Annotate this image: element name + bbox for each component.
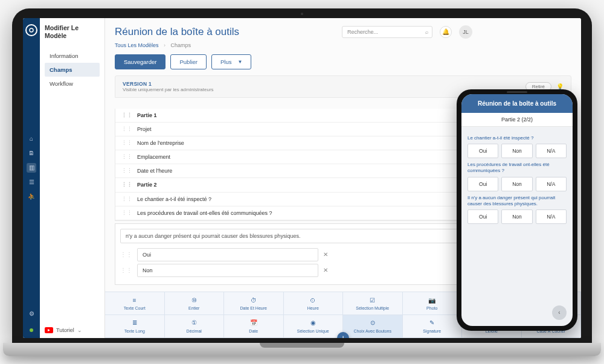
phone-option-button[interactable]: N/A	[536, 177, 567, 191]
option-input[interactable]: Oui	[137, 248, 318, 261]
drag-handle-icon[interactable]: ⋮⋮	[121, 168, 132, 174]
phone-option-button[interactable]: Non	[501, 209, 532, 224]
rail-people-icon[interactable]: ⛹	[27, 192, 36, 202]
phone-option-button[interactable]: Oui	[467, 177, 498, 191]
app-logo[interactable]	[25, 24, 37, 36]
notifications-icon[interactable]: 🔔	[440, 26, 452, 38]
palette-sélection-unique[interactable]: ◉Sélection Unique	[284, 315, 344, 338]
phone-preview: Réunion de la boîte à outils Partie 2 (2…	[457, 89, 577, 331]
sidebar-item-workflow[interactable]: Workflow	[45, 77, 100, 91]
remove-option-icon[interactable]: ✕	[323, 251, 328, 258]
drag-handle-icon[interactable]: ⋮⋮	[121, 126, 132, 132]
icon-rail: ⌂ 🗎 ▥ ☰ ⛹ ⚙	[23, 18, 40, 338]
palette-photo[interactable]: 📷Photo	[403, 292, 463, 315]
phone-option-button[interactable]: Oui	[467, 144, 498, 158]
version-label: VERSION 1	[123, 81, 521, 87]
palette-décimal[interactable]: ①Décimal	[165, 315, 225, 338]
avatar[interactable]: JL	[459, 25, 472, 39]
phone-option-button[interactable]: Oui	[467, 209, 498, 224]
rail-settings-icon[interactable]: ⚙	[27, 309, 36, 319]
rail-home-icon[interactable]: ⌂	[27, 134, 36, 144]
chevron-right-icon: ›	[164, 42, 165, 48]
youtube-icon	[45, 327, 53, 333]
phone-option-button[interactable]: N/A	[536, 209, 567, 224]
main-content: Réunion de la boîte à outils Recherche..…	[105, 18, 581, 338]
question-input[interactable]: n'y a aucun danger présent qui pourrait …	[120, 229, 471, 243]
palette-date[interactable]: 📅Date	[224, 315, 284, 338]
publish-button[interactable]: Publier	[170, 54, 207, 69]
sidebar-item-information[interactable]: Information	[45, 49, 100, 63]
save-button[interactable]: Sauvegarder	[115, 54, 165, 69]
drag-handle-icon[interactable]: ⋮⋮	[121, 210, 132, 216]
page-title: Réunion de la boîte à outils	[115, 26, 335, 38]
drag-handle-icon[interactable]: ⋮⋮	[121, 140, 132, 146]
palette-date-et-heure[interactable]: ⏱Date Et Heure	[224, 292, 284, 315]
bulb-icon[interactable]: 💡	[556, 83, 564, 90]
drag-handle-icon[interactable]: ⋮⋮	[121, 112, 132, 118]
svg-point-0	[30, 28, 33, 32]
chevron-down-icon: ⌄	[77, 327, 82, 333]
breadcrumb-current: Champs	[171, 42, 191, 48]
rail-grid-icon[interactable]: ▥	[27, 163, 36, 173]
caret-down-icon: ▼	[237, 59, 242, 65]
sidebar-item-champs[interactable]: Champs	[45, 63, 100, 77]
palette-choix-avec-boutons[interactable]: ⊙Choix Avec Boutons	[343, 315, 403, 338]
drag-handle-icon[interactable]: ⋮⋮	[120, 267, 132, 273]
phone-option-button[interactable]: Non	[501, 144, 532, 158]
search-input[interactable]: Recherche... ⌕	[342, 26, 432, 38]
sidebar: Modifier Le Modèle InformationChampsWork…	[40, 18, 105, 338]
status-dot	[30, 328, 33, 332]
rail-list-icon[interactable]: ☰	[27, 177, 36, 187]
more-button[interactable]: Plus ▼	[211, 54, 251, 69]
drag-handle-icon[interactable]: ⋮⋮	[120, 251, 132, 258]
phone-question: Les procédures de travail ont-elles été …	[467, 162, 567, 174]
phone-title: Réunion de la boîte à outils	[461, 94, 573, 113]
phone-option-button[interactable]: Non	[501, 177, 532, 191]
search-icon: ⌕	[425, 29, 428, 35]
phone-back-button[interactable]: ‹	[552, 305, 567, 320]
phone-question: Il n'y a aucun danger présent qui pourra…	[467, 195, 567, 208]
breadcrumb: Tous Les Modèles › Champs	[105, 42, 581, 54]
tutorial-link[interactable]: Tutoriel ⌄	[45, 327, 82, 333]
drag-handle-icon[interactable]: ⋮⋮	[121, 196, 132, 202]
option-input[interactable]: Non	[137, 264, 318, 277]
version-subtitle: Visible uniquement par les administrateu…	[123, 87, 521, 92]
phone-option-button[interactable]: N/A	[536, 144, 567, 158]
phone-subtitle: Partie 2 (2/2)	[461, 113, 573, 127]
palette-texte-court[interactable]: ≡Texte Court	[105, 292, 165, 315]
palette-signature[interactable]: ✎Signature	[403, 315, 463, 338]
phone-question: Le chantier a-t-il été inspecté ?	[467, 135, 567, 141]
remove-option-icon[interactable]: ✕	[323, 267, 328, 273]
palette-sélection-multiple[interactable]: ☑Sélection Multiple	[343, 292, 403, 315]
rail-doc-icon[interactable]: 🗎	[27, 148, 36, 158]
sidebar-title: Modifier Le Modèle	[45, 24, 100, 40]
breadcrumb-root[interactable]: Tous Les Modèles	[115, 42, 159, 48]
palette-heure[interactable]: ⏲Heure	[284, 292, 344, 315]
palette-texte-long[interactable]: ≣Texte Long	[105, 315, 165, 338]
drag-handle-icon[interactable]: ⋮⋮	[121, 154, 132, 160]
palette-entier[interactable]: ⑩Entier	[165, 292, 225, 315]
drag-handle-icon[interactable]: ⋮⋮	[121, 182, 132, 188]
